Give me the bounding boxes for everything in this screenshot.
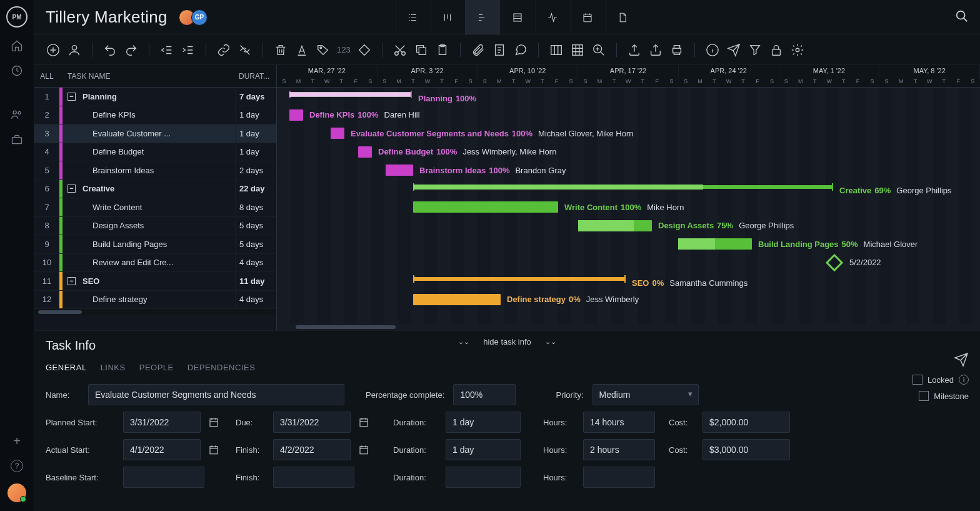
finish-input[interactable]	[273, 439, 351, 460]
duration-input-2[interactable]	[446, 439, 521, 460]
table-row[interactable]: 5Brainstorm Ideas2 days	[34, 161, 276, 180]
hide-task-info-toggle[interactable]: ⌄⌄ hide task info ⌄⌄	[458, 337, 556, 347]
calendar-icon[interactable]	[354, 439, 373, 460]
tag-icon[interactable]	[316, 43, 331, 58]
tab-dependencies[interactable]: DEPENDENCIES	[188, 363, 256, 372]
view-gantt-icon[interactable]	[465, 0, 500, 34]
view-activity-icon[interactable]	[535, 0, 570, 34]
print-icon[interactable]	[669, 43, 684, 58]
table-row[interactable]: 4Define Budget1 day	[34, 143, 276, 162]
duration-input-1[interactable]	[446, 412, 521, 433]
diamond-icon[interactable]	[357, 43, 372, 58]
baseline-start-input[interactable]	[123, 467, 204, 488]
milestone-checkbox[interactable]	[919, 391, 929, 401]
briefcase-icon[interactable]	[10, 133, 24, 146]
actual-start-input[interactable]	[123, 439, 201, 460]
user-avatar[interactable]	[8, 483, 26, 502]
calendar-icon[interactable]	[354, 412, 373, 433]
milestone-diamond[interactable]	[826, 253, 843, 271]
planned-start-input[interactable]	[123, 412, 201, 433]
columns-icon[interactable]	[549, 43, 564, 58]
baseline-finish-input[interactable]	[273, 467, 354, 488]
name-input[interactable]	[88, 384, 344, 405]
tab-people[interactable]: PEOPLE	[139, 363, 174, 372]
view-list-icon[interactable]	[395, 0, 430, 34]
person-icon[interactable]	[67, 43, 82, 58]
share-icon[interactable]	[648, 43, 663, 58]
recent-icon[interactable]	[10, 64, 24, 78]
lock-icon[interactable]	[769, 43, 784, 58]
collapse-icon[interactable]: −	[68, 93, 76, 101]
collapse-icon[interactable]: −	[68, 185, 76, 193]
cost-input-2[interactable]	[702, 439, 790, 460]
table-row[interactable]: 1−Planning7 days	[34, 88, 276, 106]
outdent-icon[interactable]	[159, 43, 174, 58]
unlink-icon[interactable]	[238, 43, 252, 58]
baseline-hours-input[interactable]	[583, 467, 655, 488]
add-icon[interactable]: +	[13, 434, 21, 448]
col-all[interactable]: ALL	[34, 72, 59, 81]
assignee-avatars[interactable]: GP	[179, 9, 208, 26]
comment-icon[interactable]	[513, 43, 528, 58]
tab-general[interactable]: GENERAL	[46, 363, 87, 372]
add-circle-icon[interactable]	[46, 43, 61, 58]
view-calendar-icon[interactable]	[570, 0, 605, 34]
calendar-icon[interactable]	[204, 439, 223, 460]
gantt-bar[interactable]: Build Landing Pages 50%Michael Glover	[678, 238, 752, 250]
table-row[interactable]: 3Evaluate Customer ...1 day	[34, 124, 276, 143]
gantt-bar[interactable]: Write Content 100%Mike Horn	[413, 201, 558, 213]
due-input[interactable]	[273, 412, 351, 433]
home-icon[interactable]	[10, 39, 24, 53]
team-icon[interactable]	[10, 108, 24, 121]
locked-checkbox[interactable]	[912, 375, 922, 385]
table-row[interactable]: 6−Creative22 day	[34, 180, 276, 199]
export-icon[interactable]	[627, 43, 642, 58]
timeline-body[interactable]: Planning 100%Define KPIs 100%Daren HillE…	[277, 88, 980, 324]
view-sheet-icon[interactable]	[500, 0, 535, 34]
hours-input-1[interactable]	[583, 412, 655, 433]
gantt-bar[interactable]: SEO 0%Samantha Cummings	[413, 277, 626, 281]
baseline-duration-input[interactable]	[446, 467, 521, 488]
view-file-icon[interactable]	[605, 0, 640, 34]
table-row[interactable]: 10Review and Edit Cre...4 days	[34, 254, 276, 273]
search-icon[interactable]	[955, 9, 969, 25]
help-icon[interactable]: ?	[11, 460, 23, 472]
hours-input-2[interactable]	[583, 439, 655, 460]
calendar-icon[interactable]	[204, 412, 223, 433]
tab-links[interactable]: LINKS	[101, 363, 126, 372]
table-row[interactable]: 8Design Assets5 days	[34, 217, 276, 236]
gantt-bar[interactable]: Define strategy 0%Jess Wimberly	[413, 294, 501, 305]
gantt-bar[interactable]: Creative 69%George Phillips	[413, 185, 833, 189]
attach-icon[interactable]	[471, 43, 486, 58]
view-board-icon[interactable]	[430, 0, 465, 34]
table-row[interactable]: 2Define KPIs1 day	[34, 106, 276, 125]
info-icon[interactable]: i	[959, 375, 969, 385]
collapse-icon[interactable]: −	[68, 277, 76, 285]
table-row[interactable]: 9Build Landing Pages5 days	[34, 235, 276, 254]
table-row[interactable]: 7Write Content8 days	[34, 198, 276, 217]
paste-icon[interactable]	[435, 43, 450, 58]
table-row[interactable]: 11−SEO11 day	[34, 272, 276, 291]
redo-icon[interactable]	[124, 43, 139, 58]
trash-icon[interactable]	[273, 43, 288, 58]
zoom-icon[interactable]	[591, 43, 606, 58]
note-icon[interactable]	[492, 43, 507, 58]
priority-select[interactable]	[592, 384, 699, 405]
table-scrollbar[interactable]	[34, 309, 276, 315]
indent-icon[interactable]	[181, 43, 196, 58]
link-icon[interactable]	[216, 43, 231, 58]
col-dur-header[interactable]: DURAT...	[235, 72, 276, 81]
gantt-bar[interactable]: Planning 100%	[289, 93, 412, 96]
settings-icon[interactable]	[790, 43, 805, 58]
undo-icon[interactable]	[102, 43, 118, 58]
col-name-header[interactable]: TASK NAME	[62, 72, 235, 81]
send-task-icon[interactable]	[954, 352, 969, 369]
text-color-icon[interactable]	[294, 43, 309, 58]
grid-icon[interactable]	[570, 43, 585, 58]
table-row[interactable]: 12Define strategy4 days	[34, 291, 276, 310]
send-icon[interactable]	[726, 43, 741, 58]
timeline-scrollbar[interactable]	[277, 324, 980, 330]
avatar-2[interactable]: GP	[191, 9, 208, 26]
gantt-bar[interactable]: Design Assets 75%George Phillips	[578, 220, 652, 231]
gantt-bar[interactable]: Evaluate Customer Segments and Needs 100…	[331, 128, 344, 139]
